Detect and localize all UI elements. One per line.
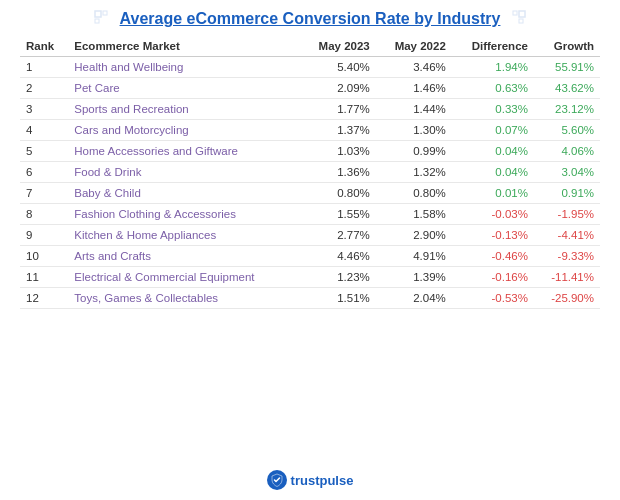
col-market: Ecommerce Market [68,36,299,57]
page-title: Average eCommerce Conversion Rate by Ind… [120,10,501,28]
col-difference: Difference [452,36,534,57]
cell-may2023: 1.55% [300,204,376,225]
cell-may2022: 0.80% [376,183,452,204]
table-row: 6Food & Drink1.36%1.32%0.04%3.04% [20,162,600,183]
cell-market: Sports and Recreation [68,99,299,120]
cell-growth: 3.04% [534,162,600,183]
cell-rank: 3 [20,99,68,120]
cell-market: Baby & Child [68,183,299,204]
cell-difference: -0.03% [452,204,534,225]
table-header: Rank Ecommerce Market May 2023 May 2022 … [20,36,600,57]
cell-growth: -11.41% [534,267,600,288]
cell-market: Arts and Crafts [68,246,299,267]
cell-market: Toys, Games & Collectables [68,288,299,309]
cell-growth: -4.41% [534,225,600,246]
cell-growth: 55.91% [534,57,600,78]
cell-rank: 9 [20,225,68,246]
svg-rect-5 [519,19,523,23]
cell-growth: 0.91% [534,183,600,204]
table-row: 9Kitchen & Home Appliances2.77%2.90%-0.1… [20,225,600,246]
table-row: 10Arts and Crafts4.46%4.91%-0.46%-9.33% [20,246,600,267]
cell-difference: 0.33% [452,99,534,120]
conversion-table: Rank Ecommerce Market May 2023 May 2022 … [20,36,600,309]
cell-rank: 6 [20,162,68,183]
cell-difference: 0.07% [452,120,534,141]
table-body: 1Health and Wellbeing5.40%3.46%1.94%55.9… [20,57,600,309]
cell-may2023: 2.77% [300,225,376,246]
col-may2022: May 2022 [376,36,452,57]
cell-may2022: 1.32% [376,162,452,183]
cell-may2022: 4.91% [376,246,452,267]
cell-may2023: 4.46% [300,246,376,267]
cell-growth: 23.12% [534,99,600,120]
cell-may2022: 1.30% [376,120,452,141]
table-row: 3Sports and Recreation1.77%1.44%0.33%23.… [20,99,600,120]
shield-check-icon [270,473,284,487]
cell-difference: 0.01% [452,183,534,204]
table-row: 11Electrical & Commercial Equipment1.23%… [20,267,600,288]
cell-market: Kitchen & Home Appliances [68,225,299,246]
top-left-decor [94,10,112,28]
table-row: 1Health and Wellbeing5.40%3.46%1.94%55.9… [20,57,600,78]
cell-may2022: 2.90% [376,225,452,246]
cell-growth: -9.33% [534,246,600,267]
cell-may2023: 1.03% [300,141,376,162]
cell-may2022: 1.58% [376,204,452,225]
cell-growth: 4.06% [534,141,600,162]
svg-rect-2 [95,19,99,23]
cell-difference: -0.46% [452,246,534,267]
cell-may2023: 1.23% [300,267,376,288]
svg-rect-4 [513,11,517,15]
cell-difference: -0.13% [452,225,534,246]
trustpulse-icon [267,470,287,490]
cell-market: Home Accessories and Giftware [68,141,299,162]
cell-rank: 11 [20,267,68,288]
cell-rank: 7 [20,183,68,204]
cell-may2023: 1.51% [300,288,376,309]
table-wrapper: Rank Ecommerce Market May 2023 May 2022 … [20,36,600,464]
cell-rank: 5 [20,141,68,162]
cell-may2022: 3.46% [376,57,452,78]
cell-growth: 5.60% [534,120,600,141]
table-row: 2Pet Care2.09%1.46%0.63%43.62% [20,78,600,99]
cell-may2022: 1.46% [376,78,452,99]
cell-difference: -0.16% [452,267,534,288]
cell-growth: -1.95% [534,204,600,225]
cell-rank: 12 [20,288,68,309]
cell-growth: -25.90% [534,288,600,309]
trustpulse-logo: trustpulse [267,470,354,490]
cell-market: Electrical & Commercial Equipment [68,267,299,288]
table-row: 5Home Accessories and Giftware1.03%0.99%… [20,141,600,162]
cell-market: Health and Wellbeing [68,57,299,78]
cell-difference: 1.94% [452,57,534,78]
cell-market: Fashion Clothing & Accessories [68,204,299,225]
cell-may2023: 2.09% [300,78,376,99]
col-rank: Rank [20,36,68,57]
cell-may2023: 0.80% [300,183,376,204]
cell-may2022: 0.99% [376,141,452,162]
cell-may2023: 1.37% [300,120,376,141]
cell-may2023: 1.77% [300,99,376,120]
table-row: 7Baby & Child0.80%0.80%0.01%0.91% [20,183,600,204]
svg-rect-3 [519,11,525,17]
table-row: 8Fashion Clothing & Accessories1.55%1.58… [20,204,600,225]
svg-rect-0 [95,11,101,17]
cell-difference: 0.04% [452,162,534,183]
col-may2023: May 2023 [300,36,376,57]
cell-rank: 8 [20,204,68,225]
cell-rank: 1 [20,57,68,78]
cell-market: Pet Care [68,78,299,99]
cell-may2023: 1.36% [300,162,376,183]
cell-may2022: 1.44% [376,99,452,120]
cell-growth: 43.62% [534,78,600,99]
cell-may2022: 2.04% [376,288,452,309]
cell-rank: 2 [20,78,68,99]
cell-difference: 0.04% [452,141,534,162]
footer: trustpulse [267,470,354,490]
cell-market: Food & Drink [68,162,299,183]
cell-market: Cars and Motorcycling [68,120,299,141]
cell-difference: 0.63% [452,78,534,99]
svg-rect-1 [103,11,107,15]
col-growth: Growth [534,36,600,57]
cell-rank: 10 [20,246,68,267]
